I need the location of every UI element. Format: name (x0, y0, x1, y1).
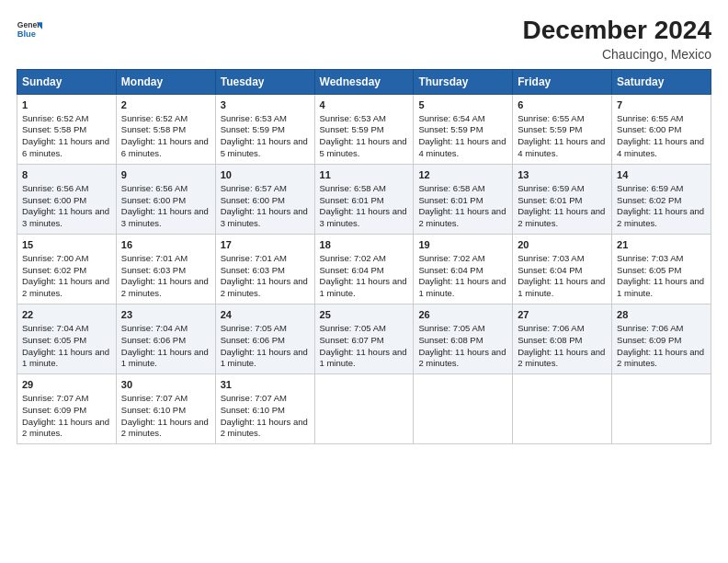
daylight-text: Daylight: 11 hours and 2 minutes. (518, 206, 607, 230)
sunrise-text: Sunrise: 7:02 AM (320, 253, 409, 265)
sunset-text: Sunset: 6:05 PM (22, 335, 111, 347)
sunrise-text: Sunrise: 6:58 AM (418, 183, 507, 195)
calendar-cell (513, 374, 612, 444)
sunrise-text: Sunrise: 6:58 AM (320, 183, 409, 195)
calendar-cell: 5Sunrise: 6:54 AMSunset: 5:59 PMDaylight… (414, 94, 513, 164)
day-number: 26 (418, 308, 507, 322)
day-number: 15 (22, 238, 111, 252)
sunset-text: Sunset: 6:02 PM (617, 195, 706, 207)
day-number: 13 (518, 168, 607, 182)
daylight-text: Daylight: 11 hours and 3 minutes. (320, 206, 409, 230)
daylight-text: Daylight: 11 hours and 3 minutes. (221, 206, 310, 230)
daylight-text: Daylight: 11 hours and 2 minutes. (121, 276, 210, 300)
sunrise-text: Sunrise: 7:03 AM (617, 253, 706, 265)
week-row-1: 1Sunrise: 6:52 AMSunset: 5:58 PMDaylight… (17, 94, 711, 164)
sunset-text: Sunset: 5:59 PM (320, 124, 409, 136)
calendar-cell: 30Sunrise: 7:07 AMSunset: 6:10 PMDayligh… (116, 374, 215, 444)
calendar-cell: 6Sunrise: 6:55 AMSunset: 5:59 PMDaylight… (513, 94, 612, 164)
daylight-text: Daylight: 11 hours and 1 minute. (617, 276, 706, 300)
sunrise-text: Sunrise: 7:05 AM (418, 323, 507, 335)
logo: General Blue (17, 17, 42, 42)
calendar-cell (612, 374, 711, 444)
sunrise-text: Sunrise: 6:56 AM (22, 183, 111, 195)
sunset-text: Sunset: 6:00 PM (121, 195, 210, 207)
sunrise-text: Sunrise: 6:53 AM (320, 113, 409, 125)
calendar-cell: 4Sunrise: 6:53 AMSunset: 5:59 PMDaylight… (314, 94, 414, 164)
subtitle: Chaucingo, Mexico (523, 47, 711, 62)
sunrise-text: Sunrise: 6:55 AM (617, 113, 706, 125)
daylight-text: Daylight: 11 hours and 2 minutes. (418, 206, 507, 230)
day-number: 19 (418, 238, 507, 252)
day-number: 4 (320, 98, 409, 112)
calendar-cell: 8Sunrise: 6:56 AMSunset: 6:00 PMDaylight… (17, 164, 117, 234)
sunset-text: Sunset: 6:03 PM (221, 265, 310, 277)
calendar-cell: 20Sunrise: 7:03 AMSunset: 6:04 PMDayligh… (513, 234, 612, 304)
calendar-cell: 25Sunrise: 7:05 AMSunset: 6:07 PMDayligh… (314, 304, 414, 374)
day-number: 6 (518, 98, 607, 112)
calendar-cell: 2Sunrise: 6:52 AMSunset: 5:58 PMDaylight… (116, 94, 215, 164)
sunset-text: Sunset: 5:58 PM (22, 124, 111, 136)
daylight-text: Daylight: 11 hours and 1 minute. (22, 347, 111, 371)
sunrise-text: Sunrise: 6:54 AM (418, 113, 507, 125)
daylight-text: Daylight: 11 hours and 1 minute. (320, 347, 409, 371)
week-row-4: 22Sunrise: 7:04 AMSunset: 6:05 PMDayligh… (17, 304, 711, 374)
daylight-text: Daylight: 11 hours and 2 minutes. (221, 276, 310, 300)
svg-text:Blue: Blue (17, 29, 36, 39)
sunrise-text: Sunrise: 7:05 AM (320, 323, 409, 335)
calendar-cell: 18Sunrise: 7:02 AMSunset: 6:04 PMDayligh… (314, 234, 414, 304)
sunrise-text: Sunrise: 6:59 AM (518, 183, 607, 195)
calendar-cell: 15Sunrise: 7:00 AMSunset: 6:02 PMDayligh… (17, 234, 117, 304)
sunrise-text: Sunrise: 7:00 AM (22, 253, 111, 265)
title-block: December 2024 Chaucingo, Mexico (523, 17, 711, 62)
sunset-text: Sunset: 6:00 PM (221, 195, 310, 207)
sunset-text: Sunset: 5:59 PM (418, 124, 507, 136)
calendar-cell: 17Sunrise: 7:01 AMSunset: 6:03 PMDayligh… (215, 234, 314, 304)
sunset-text: Sunset: 6:01 PM (418, 195, 507, 207)
sunset-text: Sunset: 6:10 PM (121, 405, 210, 417)
day-number: 17 (221, 238, 310, 252)
week-row-5: 29Sunrise: 7:07 AMSunset: 6:09 PMDayligh… (17, 374, 711, 444)
calendar-table: Sunday Monday Tuesday Wednesday Thursday… (17, 69, 711, 444)
calendar-cell: 11Sunrise: 6:58 AMSunset: 6:01 PMDayligh… (314, 164, 414, 234)
calendar-cell: 27Sunrise: 7:06 AMSunset: 6:08 PMDayligh… (513, 304, 612, 374)
day-number: 22 (22, 308, 111, 322)
sunset-text: Sunset: 6:01 PM (320, 195, 409, 207)
sunrise-text: Sunrise: 7:04 AM (22, 323, 111, 335)
calendar-cell (414, 374, 513, 444)
day-number: 5 (418, 98, 507, 112)
calendar-cell: 19Sunrise: 7:02 AMSunset: 6:04 PMDayligh… (414, 234, 513, 304)
calendar-cell: 14Sunrise: 6:59 AMSunset: 6:02 PMDayligh… (612, 164, 711, 234)
calendar-cell: 26Sunrise: 7:05 AMSunset: 6:08 PMDayligh… (414, 304, 513, 374)
main-title: December 2024 (523, 17, 711, 45)
day-number: 2 (121, 98, 210, 112)
daylight-text: Daylight: 11 hours and 6 minutes. (121, 136, 210, 160)
daylight-text: Daylight: 11 hours and 4 minutes. (617, 136, 706, 160)
calendar-cell: 1Sunrise: 6:52 AMSunset: 5:58 PMDaylight… (17, 94, 117, 164)
calendar-cell: 7Sunrise: 6:55 AMSunset: 6:00 PMDaylight… (612, 94, 711, 164)
calendar-cell: 28Sunrise: 7:06 AMSunset: 6:09 PMDayligh… (612, 304, 711, 374)
daylight-text: Daylight: 11 hours and 1 minute. (221, 347, 310, 371)
day-number: 20 (518, 238, 607, 252)
daylight-text: Daylight: 11 hours and 1 minute. (320, 276, 409, 300)
sunrise-text: Sunrise: 6:52 AM (22, 113, 111, 125)
day-number: 14 (617, 168, 706, 182)
day-number: 23 (121, 308, 210, 322)
day-number: 12 (418, 168, 507, 182)
day-number: 31 (221, 378, 310, 392)
calendar-cell: 13Sunrise: 6:59 AMSunset: 6:01 PMDayligh… (513, 164, 612, 234)
calendar-cell: 16Sunrise: 7:01 AMSunset: 6:03 PMDayligh… (116, 234, 215, 304)
day-number: 29 (22, 378, 111, 392)
daylight-text: Daylight: 11 hours and 2 minutes. (418, 347, 507, 371)
daylight-text: Daylight: 11 hours and 3 minutes. (22, 206, 111, 230)
day-number: 16 (121, 238, 210, 252)
daylight-text: Daylight: 11 hours and 1 minute. (518, 276, 607, 300)
daylight-text: Daylight: 11 hours and 2 minutes. (221, 417, 310, 441)
sunset-text: Sunset: 6:00 PM (22, 195, 111, 207)
day-number: 25 (320, 308, 409, 322)
logo-icon: General Blue (17, 17, 42, 42)
sunset-text: Sunset: 6:04 PM (320, 265, 409, 277)
sunset-text: Sunset: 5:59 PM (221, 124, 310, 136)
day-number: 27 (518, 308, 607, 322)
sunset-text: Sunset: 6:06 PM (221, 335, 310, 347)
daylight-text: Daylight: 11 hours and 5 minutes. (320, 136, 409, 160)
